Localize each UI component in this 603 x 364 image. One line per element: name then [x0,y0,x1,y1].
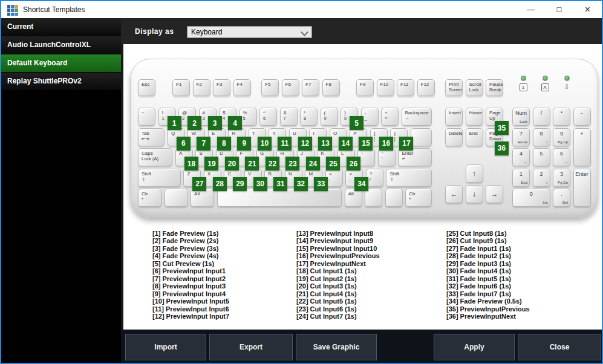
key-alt[interactable]: Alt [191,189,214,207]
shortcut-list-item: [1] Fade Preview (1s) [152,230,229,237]
key-num-lock[interactable]: NumLock [512,108,530,126]
sidebar-item-replay-shuttleprov2[interactable]: Replay ShuttlePROv2 [1,73,121,91]
shortcut-list-item: [27] Fade Input1 (1s) [446,245,530,252]
key-tab[interactable]: Tab⇤⇥ [138,128,165,146]
key-sym-10-3[interactable]: - [573,108,591,126]
key-2[interactable]: 2↓ [533,169,550,187]
export-button[interactable]: Export [209,334,293,360]
key-f9[interactable]: F9 [356,79,374,96]
display-as-dropdown[interactable]: Keyboard [187,26,312,38]
key-sym-10-1[interactable]: / [533,108,550,126]
key-sym-1-12[interactable]: += [381,108,399,126]
key-0-ins[interactable]: 0Ins [512,189,550,207]
shortcut-list-item: [4] Fade Preview (4s) [152,252,229,259]
shortcut-list-item: [6] PreviewInput Input1 [152,267,229,275]
key-8[interactable]: *8 [300,108,318,126]
key-7-home[interactable]: 7Home [512,128,530,146]
key-f2[interactable]: F2 [193,79,210,96]
key-sym-10-2[interactable]: * [553,108,570,126]
minimize-button[interactable]: — [517,1,545,18]
key-f10[interactable]: F10 [377,79,394,96]
key-sym-3-11[interactable]: "' [378,148,396,166]
key-pause-break[interactable]: PauseBreak [486,79,503,96]
key-ctr[interactable]: Ctr* [138,189,161,207]
key-f4[interactable]: F4 [233,79,251,96]
key-f6[interactable]: F6 [282,79,299,96]
shortcut-list-item: [10] PreviewInput Input5 [152,297,229,305]
app-icon-square [11,8,14,11]
key-f12[interactable]: F12 [417,79,435,96]
key-del[interactable]: .Del [553,189,570,207]
shortcut-list-item: [20] Cut Input3 (1s) [296,282,380,290]
key-insert[interactable]: Insert [445,108,463,126]
chevron-down-icon [301,28,308,36]
key-enter[interactable]: Enter↵ [398,148,431,166]
key-sym-5-5[interactable] [365,189,382,207]
key-6[interactable]: 6→ [553,148,570,166]
sidebar-item-default-keyboard[interactable]: Default Keyboard [1,54,121,73]
key-space[interactable] [217,189,342,207]
key-sym-11-3[interactable]: + [573,128,591,167]
key-shift[interactable]: Shift⇧ [138,169,181,187]
key-scroll-lock[interactable]: ScrollLock [466,79,483,96]
key-sym-1-0[interactable]: ~` [138,108,155,126]
key-ctr[interactable]: Ctr* [405,189,431,207]
import-button[interactable]: Import [125,334,206,360]
save-graphic-button[interactable]: Save Graphic [296,334,377,360]
shortcut-badge-27: 27 [192,177,206,191]
close-button[interactable]: Close [518,334,601,360]
key-delete[interactable]: Delete [445,128,463,146]
shortcut-badge-36: 36 [495,141,509,155]
app-icon-square [15,8,18,11]
close-button[interactable]: × [573,1,602,18]
key-f1[interactable]: F1 [172,79,190,96]
key-alt[interactable]: Alt [345,189,362,207]
key-sym-2-13[interactable] [411,128,432,146]
key-esc[interactable]: Esc [138,79,155,96]
shortcut-list-item: [11] PreviewInput Input6 [152,305,229,313]
key-caps-lock-a[interactable]: CapsLock (A) [138,148,172,166]
shortcut-badge-8: 8 [217,137,231,151]
apply-button[interactable]: Apply [434,334,515,360]
key-backspace[interactable]: Backspace← [402,108,432,126]
key-9[interactable]: (9 [321,108,338,126]
key-f11[interactable]: F11 [397,79,414,96]
shortcut-list-item: [8] PreviewInput Input3 [152,282,229,290]
key-1-end[interactable]: 1End [512,169,530,187]
shortcut-column-3: [25] Cut Input8 (1s)[26] Cut Input9 (1s)… [446,230,530,320]
shortcut-badge-22: 22 [266,157,279,171]
key-print-screen[interactable]: PrintScreen [445,79,463,96]
key-4[interactable]: 4← [512,148,530,166]
key-f7[interactable]: F7 [302,79,319,96]
shortcut-badge-26: 26 [347,157,360,171]
key-home[interactable]: Home [466,108,483,126]
key-enter[interactable]: Enter [573,169,591,207]
key-end[interactable]: End [466,128,483,146]
key-sym-9-0[interactable]: ← [445,185,463,203]
sidebar-item-current[interactable]: Current [1,18,121,36]
shortcut-list-item: [19] Cut Input2 (1s) [296,275,380,282]
sidebar-item-audio-launchcontrolxl[interactable]: Audio LaunchControlXL [1,36,121,54]
shortcut-list-item: [5] Cut Preview (1s) [152,260,229,267]
key-sym-9-1[interactable]: ↓ [466,185,483,203]
key-5[interactable]: 5 [533,148,550,166]
key-shift[interactable]: Shift⇧ [386,169,431,187]
key-f8[interactable]: F8 [322,79,340,96]
maximize-button[interactable]: □ [545,1,573,18]
shortcut-badge-15: 15 [359,137,373,151]
key-f3[interactable]: F3 [213,79,230,96]
shortcut-list-item: [13] PreviewInput Input8 [296,230,380,237]
key-3-pg-dn[interactable]: 3Pg Dn [553,169,570,187]
key-f5[interactable]: F5 [261,79,279,96]
key-sym-9-2[interactable]: → [486,185,503,203]
key-8[interactable]: 8↑ [533,128,550,146]
key-sym-5-6[interactable] [385,189,403,207]
key-9-pg-up[interactable]: 9Pg Up [553,128,570,146]
shortcut-badge-5: 5 [350,116,363,130]
key-7[interactable]: &7 [280,108,298,126]
key-sym-5-1[interactable] [165,189,188,207]
key-sym-8-0[interactable]: ↑ [466,164,483,183]
shortcut-badge-1: 1 [168,116,181,130]
footer: ImportExportSave GraphicApplyClose [121,330,602,363]
key-6[interactable]: ^6 [259,108,277,126]
